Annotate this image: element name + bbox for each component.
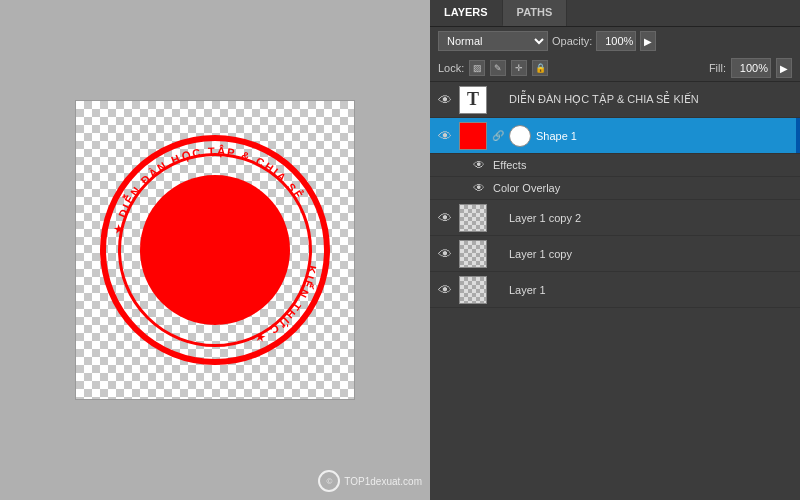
eye-icon-text[interactable]: 👁 (436, 91, 454, 109)
fill-label: Fill: (709, 62, 726, 74)
layers-list: 👁 T DIỄN ĐÀN HỌC TẬP & CHIA SẺ KIẾN 👁 🔗 … (430, 82, 800, 500)
layer-link-copy2 (492, 204, 504, 232)
tabs-row: LAYERS PATHS (430, 0, 800, 27)
layer-thumb-text: T (459, 86, 487, 114)
opacity-input[interactable] (596, 31, 636, 51)
opacity-label: Opacity: (552, 35, 592, 47)
stamp-container: ★ DIỄN ĐÀN HỌC TẬP & CHIA SẺ KIẾN THỨC ★ (100, 135, 330, 365)
lock-transparent-icon[interactable]: ▨ (469, 60, 485, 76)
eye-icon-copy[interactable]: 👁 (436, 245, 454, 263)
layer-item-layer1[interactable]: 👁 Layer 1 (430, 272, 800, 308)
watermark: © TOP1dexuat.com (318, 470, 422, 492)
layer-item-copy[interactable]: 👁 Layer 1 copy (430, 236, 800, 272)
svg-text:KIẾN THỨC ★: KIẾN THỨC ★ (251, 264, 318, 346)
layer-item-copy2[interactable]: 👁 Layer 1 copy 2 (430, 200, 800, 236)
blend-mode-row: Normal Multiply Screen Opacity: ▶ (430, 27, 800, 55)
canvas-wrapper: ★ DIỄN ĐÀN HỌC TẬP & CHIA SẺ KIẾN THỨC ★ (75, 100, 355, 400)
layer-thumb-shape1-red (459, 122, 487, 150)
effect-name-effects: Effects (493, 159, 526, 171)
layer-name-text: DIỄN ĐÀN HỌC TẬP & CHIA SẺ KIẾN (509, 93, 794, 106)
fill-arrow[interactable]: ▶ (776, 58, 792, 78)
layer-link-copy (492, 240, 504, 268)
layers-panel: LAYERS PATHS Normal Multiply Screen Opac… (430, 0, 800, 500)
eye-icon-coloroverlay[interactable]: 👁 (470, 179, 488, 197)
watermark-logo-circle: © (318, 470, 340, 492)
layer-name-copy2: Layer 1 copy 2 (509, 212, 794, 224)
layer-thumb-copy (459, 240, 487, 268)
fill-input[interactable] (731, 58, 771, 78)
eye-icon-layer1[interactable]: 👁 (436, 281, 454, 299)
blend-mode-select[interactable]: Normal Multiply Screen (438, 31, 548, 51)
layer-thumb-copy2 (459, 204, 487, 232)
eye-icon-effects[interactable]: 👁 (470, 156, 488, 174)
layer-thumb-shape1-circle (509, 125, 531, 147)
layer-thumb-layer1 (459, 276, 487, 304)
layer-effect-effects[interactable]: 👁 Effects (430, 154, 800, 177)
layer-link-layer1 (492, 276, 504, 304)
tab-layers[interactable]: LAYERS (430, 0, 503, 26)
effect-name-coloroverlay: Color Overlay (493, 182, 560, 194)
eye-icon-copy2[interactable]: 👁 (436, 209, 454, 227)
lock-label: Lock: (438, 62, 464, 74)
layer-item-shape1[interactable]: 👁 🔗 Shape 1 (430, 118, 800, 154)
tab-paths[interactable]: PATHS (503, 0, 568, 26)
layer-name-layer1: Layer 1 (509, 284, 794, 296)
layer-link-text (492, 86, 504, 114)
layer-name-shape1: Shape 1 (536, 130, 794, 142)
lock-row: Lock: ▨ ✎ ✛ 🔒 Fill: ▶ (430, 55, 800, 82)
layer-link-shape1: 🔗 (492, 122, 504, 150)
svg-text:★ DIỄN ĐÀN HỌC TẬP & CHIA SẺ: ★ DIỄN ĐÀN HỌC TẬP & CHIA SẺ (111, 144, 308, 236)
opacity-arrow[interactable]: ▶ (640, 31, 656, 51)
lock-position-icon[interactable]: ✛ (511, 60, 527, 76)
layer-item-text[interactable]: 👁 T DIỄN ĐÀN HỌC TẬP & CHIA SẺ KIẾN (430, 82, 800, 118)
selected-bar (796, 118, 800, 153)
lock-image-icon[interactable]: ✎ (490, 60, 506, 76)
stamp-text-svg: ★ DIỄN ĐÀN HỌC TẬP & CHIA SẺ KIẾN THỨC ★ (100, 135, 330, 365)
watermark-text: TOP1dexuat.com (344, 476, 422, 487)
layer-effect-coloroverlay[interactable]: 👁 Color Overlay (430, 177, 800, 200)
lock-all-icon[interactable]: 🔒 (532, 60, 548, 76)
eye-icon-shape1[interactable]: 👁 (436, 127, 454, 145)
layer-name-copy: Layer 1 copy (509, 248, 794, 260)
canvas-area: ★ DIỄN ĐÀN HỌC TẬP & CHIA SẺ KIẾN THỨC ★… (0, 0, 430, 500)
